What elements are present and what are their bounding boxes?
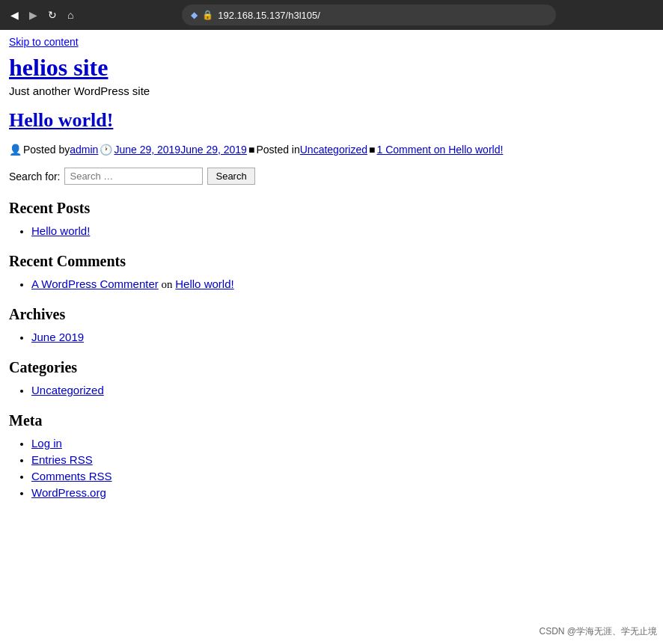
comment-link[interactable]: 1 Comment on Hello world!: [377, 144, 504, 156]
meta-section-title: Meta: [9, 412, 654, 429]
meta-link-0[interactable]: Log in: [31, 437, 62, 450]
post-title: Hello world!: [9, 109, 654, 132]
post-title-link[interactable]: Hello world!: [9, 109, 113, 131]
tag-icon: ■: [248, 144, 254, 156]
search-section: Search for: Search: [9, 168, 654, 185]
person-icon: 👤: [9, 144, 22, 156]
commenter-link[interactable]: A WordPress Commenter: [31, 277, 159, 290]
list-item: Hello world!: [31, 224, 654, 238]
site-title-link[interactable]: helios site: [9, 54, 108, 81]
list-item: A WordPress Commenter on Hello world!: [31, 277, 654, 291]
meta-link-3[interactable]: WordPress.org: [31, 486, 106, 499]
list-item: Uncategorized: [31, 384, 654, 397]
meta-link-1[interactable]: Entries RSS: [31, 453, 93, 466]
recent-posts-title: Recent Posts: [9, 200, 654, 217]
reload-button[interactable]: ↻: [45, 6, 60, 24]
categories-title: Categories: [9, 359, 654, 376]
recent-comments-list: A WordPress Commenter on Hello world!: [9, 277, 654, 291]
search-label: Search for:: [9, 171, 60, 183]
page-content: Skip to content helios site Just another…: [0, 30, 663, 521]
skip-to-content-link[interactable]: Skip to content: [9, 36, 654, 48]
recent-posts-list: Hello world!: [9, 224, 654, 238]
recent-post-link-0[interactable]: Hello world!: [31, 224, 90, 237]
meta-link-2[interactable]: Comments RSS: [31, 470, 112, 482]
post-meta: 👤 Posted by admin 🕐 June 29, 2019June 29…: [9, 144, 654, 156]
recent-comments-title: Recent Comments: [9, 253, 654, 270]
posted-by-label: Posted by: [23, 144, 70, 156]
clock-icon: 🕐: [100, 144, 112, 156]
security-shield-icon: ◆: [191, 10, 198, 21]
search-button[interactable]: Search: [207, 168, 254, 185]
comment-on-text: on: [162, 278, 173, 290]
list-item: Entries RSS: [31, 453, 654, 467]
list-item: Log in: [31, 437, 654, 450]
site-title: helios site: [9, 54, 654, 82]
author-link[interactable]: admin: [70, 144, 98, 156]
archive-link-0[interactable]: June 2019: [31, 331, 84, 343]
category-link[interactable]: Uncategorized: [300, 144, 367, 156]
posted-in-label: Posted in: [256, 144, 299, 156]
list-item: June 2019: [31, 331, 654, 344]
home-button[interactable]: ⌂: [64, 6, 76, 24]
forward-button[interactable]: ▶: [26, 6, 40, 24]
list-item: WordPress.org: [31, 486, 654, 500]
categories-list: Uncategorized: [9, 384, 654, 397]
site-tagline: Just another WordPress site: [9, 85, 654, 97]
back-button[interactable]: ◀: [7, 6, 22, 24]
lock-icon: 🔒: [202, 10, 213, 21]
address-bar[interactable]: ◆ 🔒 192.168.15.137/h3l105/: [182, 4, 556, 25]
list-item: Comments RSS: [31, 470, 654, 483]
search-input[interactable]: [64, 168, 203, 185]
meta-list: Log in Entries RSS Comments RSS WordPres…: [9, 437, 654, 500]
date-link[interactable]: June 29, 2019June 29, 2019: [114, 144, 247, 156]
commented-post-link[interactable]: Hello world!: [175, 277, 233, 290]
category-link-0[interactable]: Uncategorized: [31, 384, 104, 396]
browser-chrome: ◀ ▶ ↻ ⌂ ◆ 🔒 192.168.15.137/h3l105/: [0, 0, 663, 30]
comment-icon: ■: [369, 144, 375, 156]
archives-title: Archives: [9, 306, 654, 323]
url-text: 192.168.15.137/h3l105/: [218, 10, 320, 21]
nav-buttons[interactable]: ◀ ▶ ↻ ⌂: [7, 6, 76, 24]
archives-list: June 2019: [9, 331, 654, 344]
